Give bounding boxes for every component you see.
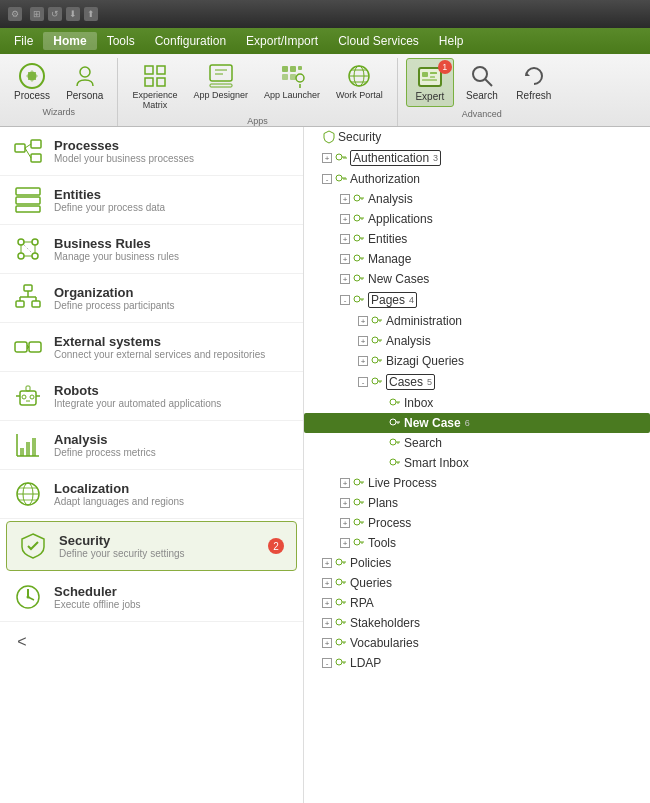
- tree-item-vocabularies[interactable]: + Vocabularies: [304, 633, 650, 653]
- tree-item-analysis[interactable]: + Analysis: [304, 189, 650, 209]
- tree-item-stakeholders[interactable]: + Stakeholders: [304, 613, 650, 633]
- sidebar-item-entities[interactable]: Entities Define your process data: [0, 176, 303, 225]
- tree-item-cases[interactable]: - Cases5: [304, 371, 650, 393]
- ribbon-group-advanced: Expert 1 Search: [406, 58, 566, 126]
- menu-file[interactable]: File: [4, 32, 43, 50]
- tree-item-policies[interactable]: + Policies: [304, 553, 650, 573]
- ribbon-btn-applauncher[interactable]: App Launcher: [258, 58, 326, 114]
- tree-item-bizagiqueries[interactable]: + Bizagi Queries: [304, 351, 650, 371]
- tree-item-newcases[interactable]: + New Cases: [304, 269, 650, 289]
- tree-toggle-administration[interactable]: +: [358, 316, 368, 326]
- tree-toggle-applications[interactable]: +: [340, 214, 350, 224]
- key-icon-inbox: [388, 396, 402, 410]
- tree-toggle-pages-analysis[interactable]: +: [358, 336, 368, 346]
- tree-item-liveprocess[interactable]: + Live Process: [304, 473, 650, 493]
- tree-toggle-cases[interactable]: -: [358, 377, 368, 387]
- sidebar-item-processes[interactable]: Processes Model your business processes: [0, 127, 303, 176]
- menu-help[interactable]: Help: [429, 32, 474, 50]
- tree-toggle-bizagiqueries[interactable]: +: [358, 356, 368, 366]
- sidebar-item-businessrules[interactable]: Business Rules Manage your business rule…: [0, 225, 303, 274]
- tree-item-applications[interactable]: + Applications: [304, 209, 650, 229]
- ribbon-btn-matrix[interactable]: ExperienceMatrix: [126, 58, 183, 114]
- key-icon-policies: [334, 556, 348, 570]
- tree-item-smartinbox[interactable]: Smart Inbox: [304, 453, 650, 473]
- tree-item-tools[interactable]: + Tools: [304, 533, 650, 553]
- svg-rect-11: [282, 66, 288, 72]
- sidebar-item-analysis[interactable]: Analysis Define process metrics: [0, 421, 303, 470]
- sidebar-item-localization[interactable]: Localization Adapt languages and regions: [0, 470, 303, 519]
- svg-point-129: [354, 479, 360, 485]
- tree-toggle-manage[interactable]: +: [340, 254, 350, 264]
- tree-item-ldap[interactable]: - LDAP: [304, 653, 650, 673]
- tree-item-authentication[interactable]: + Authentication3: [304, 147, 650, 169]
- tree-item-authorization[interactable]: - Authorization: [304, 169, 650, 189]
- tree-toggle-pages[interactable]: -: [340, 295, 350, 305]
- tree-item-pages-analysis[interactable]: + Analysis: [304, 331, 650, 351]
- tree-item-rpa[interactable]: + RPA: [304, 593, 650, 613]
- ribbon-btn-refresh[interactable]: Refresh: [510, 58, 558, 107]
- ribbon-btn-appdesigner[interactable]: App Designer: [187, 58, 254, 114]
- ribbon-btn-persona[interactable]: Persona: [60, 58, 109, 105]
- tree-toggle-entities[interactable]: +: [340, 234, 350, 244]
- svg-rect-27: [422, 79, 437, 81]
- sidebar-collapse-btn[interactable]: <: [0, 622, 303, 662]
- menu-configuration[interactable]: Configuration: [145, 32, 236, 50]
- sidebar-item-security[interactable]: Security Define your security settings 2: [6, 521, 297, 571]
- sidebar-item-scheduler[interactable]: Scheduler Execute offline jobs: [0, 573, 303, 622]
- svg-rect-5: [145, 78, 153, 86]
- tree-toggle-rpa[interactable]: +: [322, 598, 332, 608]
- menu-exportimport[interactable]: Export/Import: [236, 32, 328, 50]
- tree-item-search[interactable]: Search: [304, 433, 650, 453]
- svg-point-123: [390, 439, 396, 445]
- ribbon-btn-workportal[interactable]: Work Portal: [330, 58, 389, 114]
- svg-point-38: [18, 239, 24, 245]
- svg-rect-26: [430, 76, 435, 78]
- title-bar: ⚙ ⊞ ↺ ⬇ ⬆: [0, 0, 650, 28]
- ribbon-btn-process[interactable]: Process: [8, 58, 56, 105]
- svg-rect-36: [16, 197, 40, 204]
- tree-item-process[interactable]: + Process: [304, 513, 650, 533]
- sidebar-item-externalsystems[interactable]: External systems Connect your external s…: [0, 323, 303, 372]
- tree-item-pages[interactable]: - Pages4: [304, 289, 650, 311]
- tree-toggle-newcases[interactable]: +: [340, 274, 350, 284]
- tree-toggle-liveprocess[interactable]: +: [340, 478, 350, 488]
- tree-label-applications: Applications: [368, 212, 433, 226]
- tree-toggle-stakeholders[interactable]: +: [322, 618, 332, 628]
- menu-home[interactable]: Home: [43, 32, 96, 50]
- tree-label-entities: Entities: [368, 232, 407, 246]
- tree-item-entities[interactable]: + Entities: [304, 229, 650, 249]
- tree-toggle-policies[interactable]: +: [322, 558, 332, 568]
- key-icon-authorization: [334, 172, 348, 186]
- tree-toggle-vocabularies[interactable]: +: [322, 638, 332, 648]
- svg-rect-67: [20, 448, 24, 456]
- menu-tools[interactable]: Tools: [97, 32, 145, 50]
- svg-point-39: [32, 239, 38, 245]
- tree-toggle-auth[interactable]: +: [322, 153, 332, 163]
- tree-item-inbox[interactable]: Inbox: [304, 393, 650, 413]
- tree-toggle-analysis[interactable]: +: [340, 194, 350, 204]
- tree-item-administration[interactable]: + Administration: [304, 311, 650, 331]
- key-icon-tools: [352, 536, 366, 550]
- ribbon-group-wizards: Process Persona Wizards: [8, 58, 118, 126]
- svg-point-114: [372, 378, 378, 384]
- sidebar-item-robots[interactable]: Robots Integrate your automated applicat…: [0, 372, 303, 421]
- tree-item-newcase[interactable]: New Case 6: [304, 413, 650, 433]
- menu-cloudservices[interactable]: Cloud Services: [328, 32, 429, 50]
- svg-line-34: [25, 148, 31, 158]
- tree-toggle-plans[interactable]: +: [340, 498, 350, 508]
- tree-toggle-authorization[interactable]: -: [322, 174, 332, 184]
- tree-item-security-root[interactable]: Security: [304, 127, 650, 147]
- tree-panel: Security + Authentication3 -: [304, 127, 650, 803]
- tree-item-queries[interactable]: + Queries: [304, 573, 650, 593]
- svg-rect-54: [15, 342, 27, 352]
- tree-item-manage[interactable]: + Manage: [304, 249, 650, 269]
- sidebar-item-organization[interactable]: Organization Define process participants: [0, 274, 303, 323]
- svg-rect-30: [15, 144, 25, 152]
- tree-label-bizagiqueries: Bizagi Queries: [386, 354, 464, 368]
- tree-toggle-queries[interactable]: +: [322, 578, 332, 588]
- tree-item-plans[interactable]: + Plans: [304, 493, 650, 513]
- tree-toggle-tools[interactable]: +: [340, 538, 350, 548]
- tree-toggle-ldap[interactable]: -: [322, 658, 332, 668]
- ribbon-btn-search[interactable]: Search: [458, 58, 506, 107]
- tree-toggle-process[interactable]: +: [340, 518, 350, 528]
